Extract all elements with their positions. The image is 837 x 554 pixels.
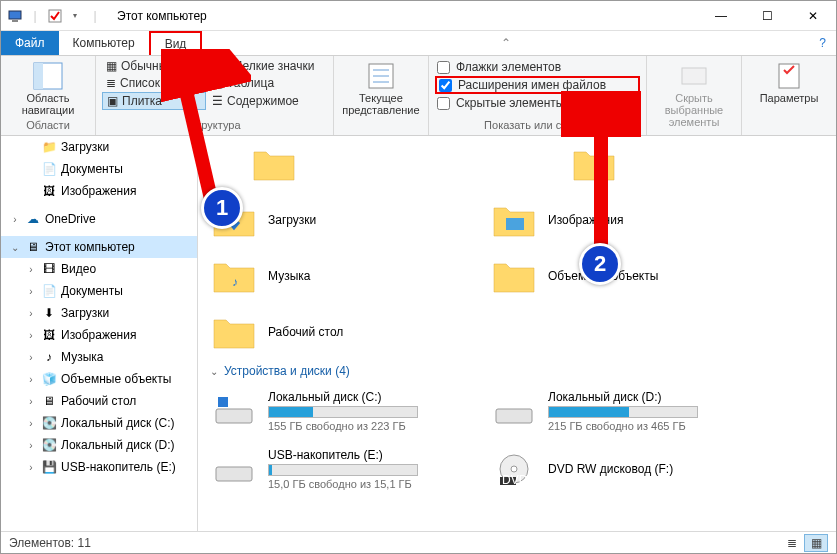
drive-e[interactable]: USB-накопитель (E:)15,0 ГБ свободно из 1… <box>206 444 466 494</box>
folder-desktop[interactable]: Рабочий стол <box>206 308 466 356</box>
svg-rect-13 <box>216 409 252 423</box>
statusbar: Элементов: 11 ≣ ▦ <box>1 531 836 553</box>
disk-icon: 💽 <box>41 415 57 431</box>
checkbox-flags[interactable] <box>437 61 450 74</box>
svg-rect-10 <box>779 64 799 88</box>
desktop-icon: 🖥 <box>41 393 57 409</box>
nav-disk-d[interactable]: ›💽Локальный диск (D:) <box>1 434 197 456</box>
usb-icon: 💾 <box>41 459 57 475</box>
documents-icon: 📄 <box>41 283 57 299</box>
nav-disk-c[interactable]: ›💽Локальный диск (C:) <box>1 412 197 434</box>
folder-music[interactable]: ♪ Музыка <box>206 252 466 300</box>
help-button[interactable]: ? <box>809 31 836 55</box>
hide-icon <box>678 60 710 92</box>
maximize-button[interactable]: ☐ <box>744 1 790 31</box>
cube-folder-icon <box>490 256 538 296</box>
group-panes-label: Области <box>7 119 89 133</box>
main-content[interactable]: Загрузки Изображения ♪ Музыка Объемные о… <box>198 136 836 531</box>
onedrive-icon: ☁ <box>25 211 41 227</box>
status-item-count: Элементов: 11 <box>9 536 91 550</box>
nav-videos[interactable]: ›🎞Видео <box>1 258 197 280</box>
videos-icon: 🎞 <box>41 261 57 277</box>
icons-medium-icon: ▦ <box>106 59 117 73</box>
current-view-button[interactable]: Текущее представление <box>340 58 422 118</box>
checkbox-icon[interactable] <box>47 8 63 24</box>
tab-computer[interactable]: Компьютер <box>59 31 149 55</box>
svg-point-18 <box>511 466 517 472</box>
downloads-icon: ⬇ <box>41 305 57 321</box>
checkbox-extensions[interactable] <box>439 79 452 92</box>
tab-file[interactable]: Файл <box>1 31 59 55</box>
svg-rect-9 <box>682 68 706 84</box>
pictures-folder-icon <box>490 200 538 240</box>
nav-downloads2[interactable]: ›⬇Загрузки <box>1 302 197 324</box>
options-icon <box>773 60 805 92</box>
svg-text:♪: ♪ <box>232 275 238 289</box>
svg-rect-14 <box>218 397 228 407</box>
view-details-button[interactable]: ≣ <box>780 534 804 552</box>
options-button[interactable]: Параметры <box>748 58 830 106</box>
documents-icon: 📄 <box>41 161 57 177</box>
chevron-down-icon: ⌄ <box>210 366 218 377</box>
nav-desktop[interactable]: ›🖥Рабочий стол <box>1 390 197 412</box>
nav-3dobjects[interactable]: ›🧊Объемные объекты <box>1 368 197 390</box>
nav-this-pc[interactable]: ⌄🖥Этот компьютер <box>1 236 197 258</box>
drive-c[interactable]: Локальный диск (C:)155 ГБ свободно из 22… <box>206 386 466 436</box>
window-title: Этот компьютер <box>117 9 207 23</box>
music-icon: ♪ <box>41 349 57 365</box>
ribbon-collapse-button[interactable]: ⌃ <box>491 31 521 55</box>
check-item-flags[interactable]: Флажки элементов <box>435 58 640 76</box>
nav-documents2[interactable]: ›📄Документы <box>1 280 197 302</box>
current-view-icon <box>365 60 397 92</box>
qat-separator: | <box>27 8 43 24</box>
qat-separator: | <box>87 8 103 24</box>
titlebar: | ▾ | Этот компьютер — ☐ ✕ <box>1 1 836 31</box>
arrow-1 <box>161 49 251 209</box>
checkbox-hidden[interactable] <box>437 97 450 110</box>
svg-rect-11 <box>506 218 524 230</box>
svg-text:DVD: DVD <box>502 473 528 487</box>
callout-1: 1 <box>201 187 243 229</box>
pictures-icon: 🖼 <box>41 183 57 199</box>
nav-disk-e[interactable]: ›💾USB-накопитель (E:) <box>1 456 197 478</box>
capacity-bar <box>268 406 418 418</box>
folder-icon: 📁 <box>41 139 57 155</box>
navigation-pane-button[interactable]: Область навигации <box>7 58 89 118</box>
pc-icon <box>7 8 23 24</box>
svg-rect-4 <box>34 63 43 89</box>
minimize-button[interactable]: — <box>698 1 744 31</box>
disk-icon: 💽 <box>41 437 57 453</box>
nav-pictures2[interactable]: ›🖼Изображения <box>1 324 197 346</box>
svg-rect-15 <box>496 409 532 423</box>
ribbon: Область навигации Области ▦Обычные значк… <box>1 56 836 136</box>
nav-onedrive[interactable]: ›☁OneDrive <box>1 208 197 230</box>
view-tiles-button[interactable]: ▦ <box>804 534 828 552</box>
nav-music[interactable]: ›♪Музыка <box>1 346 197 368</box>
disk-icon <box>210 391 258 431</box>
svg-rect-0 <box>9 11 21 19</box>
arrow-2 <box>561 91 641 261</box>
section-drives[interactable]: ⌄Устройства и диски (4) <box>206 356 828 386</box>
pc-icon: 🖥 <box>25 239 41 255</box>
desktop-folder-icon <box>210 312 258 352</box>
qat-dropdown-icon[interactable]: ▾ <box>67 8 83 24</box>
hide-selected-button[interactable]: Скрыть выбранные элементы <box>653 58 735 130</box>
capacity-bar <box>268 464 418 476</box>
usb-icon <box>210 449 258 489</box>
capacity-bar <box>548 406 698 418</box>
cube-icon: 🧊 <box>41 371 57 387</box>
pictures-icon: 🖼 <box>41 327 57 343</box>
drive-f[interactable]: DVD DVD RW дисковод (F:) <box>486 444 746 494</box>
tiles-icon: ▣ <box>107 94 118 108</box>
drive-d[interactable]: Локальный диск (D:)215 ГБ свободно из 46… <box>486 386 746 436</box>
folder-icon <box>250 144 298 184</box>
folder-tile[interactable] <box>246 140 506 188</box>
nav-pane-icon <box>32 60 64 92</box>
list-icon: ≣ <box>106 76 116 90</box>
svg-rect-1 <box>12 20 18 22</box>
music-folder-icon: ♪ <box>210 256 258 296</box>
ribbon-tabs: Файл Компьютер Вид ⌃ ? <box>1 31 836 56</box>
callout-2: 2 <box>579 243 621 285</box>
close-button[interactable]: ✕ <box>790 1 836 31</box>
disk-icon <box>490 391 538 431</box>
